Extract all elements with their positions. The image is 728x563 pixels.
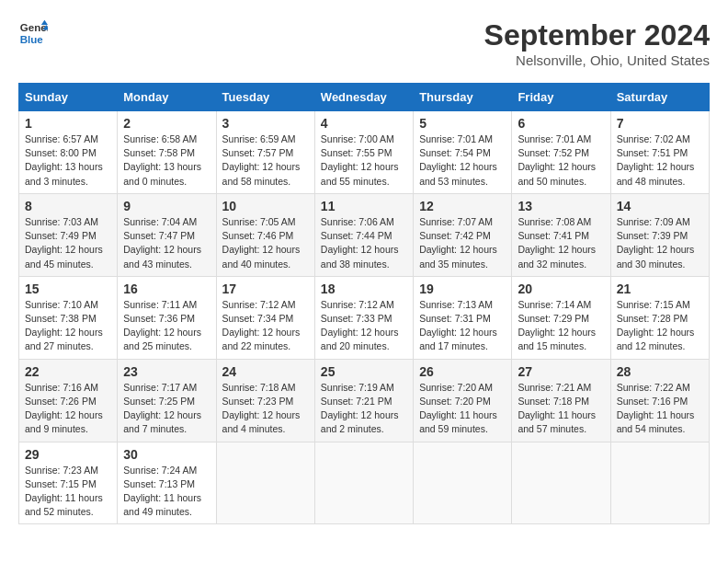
calendar-day-cell: 1Sunrise: 6:57 AM Sunset: 8:00 PM Daylig… <box>19 111 118 194</box>
day-number: 30 <box>123 447 210 462</box>
calendar-week-row: 29Sunrise: 7:23 AM Sunset: 7:15 PM Dayli… <box>19 442 710 524</box>
day-number: 19 <box>419 282 506 296</box>
day-info: Sunrise: 7:04 AM Sunset: 7:47 PM Dayligh… <box>123 215 210 271</box>
calendar-day-cell: 29Sunrise: 7:23 AM Sunset: 7:15 PM Dayli… <box>19 442 118 524</box>
calendar-day-cell: 14Sunrise: 7:09 AM Sunset: 7:39 PM Dayli… <box>610 193 709 276</box>
day-info: Sunrise: 7:18 AM Sunset: 7:23 PM Dayligh… <box>222 381 309 437</box>
day-info: Sunrise: 7:23 AM Sunset: 7:15 PM Dayligh… <box>25 464 111 520</box>
calendar-table: SundayMondayTuesdayWednesdayThursdayFrid… <box>18 83 710 524</box>
day-info: Sunrise: 7:20 AM Sunset: 7:20 PM Dayligh… <box>419 381 506 437</box>
day-number: 14 <box>617 199 703 213</box>
empty-cell <box>216 442 314 524</box>
day-number: 12 <box>419 199 506 213</box>
calendar-day-cell: 17Sunrise: 7:12 AM Sunset: 7:34 PM Dayli… <box>216 276 314 359</box>
day-number: 23 <box>123 364 210 379</box>
day-number: 13 <box>518 199 604 213</box>
month-title: September 2024 <box>484 18 710 52</box>
day-number: 15 <box>25 282 111 296</box>
column-header-monday: Monday <box>118 84 216 111</box>
calendar-day-cell: 5Sunrise: 7:01 AM Sunset: 7:54 PM Daylig… <box>414 111 512 194</box>
column-header-sunday: Sunday <box>19 84 118 111</box>
day-info: Sunrise: 7:12 AM Sunset: 7:34 PM Dayligh… <box>222 298 309 354</box>
empty-cell <box>414 442 512 524</box>
day-info: Sunrise: 7:01 AM Sunset: 7:54 PM Dayligh… <box>419 132 506 189</box>
calendar-day-cell: 15Sunrise: 7:10 AM Sunset: 7:38 PM Dayli… <box>19 276 118 359</box>
calendar-day-cell: 16Sunrise: 7:11 AM Sunset: 7:36 PM Dayli… <box>118 276 216 359</box>
calendar-day-cell: 8Sunrise: 7:03 AM Sunset: 7:49 PM Daylig… <box>19 193 118 276</box>
calendar-day-cell: 9Sunrise: 7:04 AM Sunset: 7:47 PM Daylig… <box>118 193 216 276</box>
day-number: 4 <box>321 116 407 131</box>
calendar-header-row: SundayMondayTuesdayWednesdayThursdayFrid… <box>19 84 710 111</box>
calendar-week-row: 15Sunrise: 7:10 AM Sunset: 7:38 PM Dayli… <box>19 276 710 359</box>
column-header-friday: Friday <box>512 84 610 111</box>
day-number: 27 <box>518 364 604 379</box>
day-number: 9 <box>123 199 210 213</box>
calendar-day-cell: 10Sunrise: 7:05 AM Sunset: 7:46 PM Dayli… <box>216 193 314 276</box>
empty-cell <box>512 442 610 524</box>
calendar-day-cell: 28Sunrise: 7:22 AM Sunset: 7:16 PM Dayli… <box>610 359 709 442</box>
location-subtitle: Nelsonville, Ohio, United States <box>484 52 710 68</box>
calendar-day-cell: 12Sunrise: 7:07 AM Sunset: 7:42 PM Dayli… <box>414 193 512 276</box>
calendar-week-row: 1Sunrise: 6:57 AM Sunset: 8:00 PM Daylig… <box>19 111 710 194</box>
day-number: 16 <box>123 282 210 296</box>
day-info: Sunrise: 7:21 AM Sunset: 7:18 PM Dayligh… <box>518 381 604 437</box>
calendar-day-cell: 20Sunrise: 7:14 AM Sunset: 7:29 PM Dayli… <box>512 276 610 359</box>
calendar-day-cell: 24Sunrise: 7:18 AM Sunset: 7:23 PM Dayli… <box>216 359 314 442</box>
day-info: Sunrise: 6:58 AM Sunset: 7:58 PM Dayligh… <box>123 132 210 189</box>
calendar-day-cell: 7Sunrise: 7:02 AM Sunset: 7:51 PM Daylig… <box>610 111 709 194</box>
day-info: Sunrise: 7:19 AM Sunset: 7:21 PM Dayligh… <box>321 381 407 437</box>
day-info: Sunrise: 7:07 AM Sunset: 7:42 PM Dayligh… <box>419 215 506 271</box>
calendar-day-cell: 30Sunrise: 7:24 AM Sunset: 7:13 PM Dayli… <box>118 442 216 524</box>
day-info: Sunrise: 7:01 AM Sunset: 7:52 PM Dayligh… <box>518 132 604 189</box>
title-block: September 2024 Nelsonville, Ohio, United… <box>484 18 710 68</box>
day-info: Sunrise: 7:02 AM Sunset: 7:51 PM Dayligh… <box>617 132 703 189</box>
day-number: 10 <box>222 199 309 213</box>
calendar-day-cell: 13Sunrise: 7:08 AM Sunset: 7:41 PM Dayli… <box>512 193 610 276</box>
day-info: Sunrise: 7:22 AM Sunset: 7:16 PM Dayligh… <box>617 381 703 437</box>
day-number: 8 <box>25 199 111 213</box>
day-info: Sunrise: 7:09 AM Sunset: 7:39 PM Dayligh… <box>617 215 703 271</box>
day-info: Sunrise: 7:17 AM Sunset: 7:25 PM Dayligh… <box>123 381 210 437</box>
calendar-day-cell: 3Sunrise: 6:59 AM Sunset: 7:57 PM Daylig… <box>216 111 314 194</box>
day-number: 17 <box>222 282 309 296</box>
logo-icon: General Blue <box>18 18 48 48</box>
day-number: 2 <box>123 116 210 131</box>
column-header-saturday: Saturday <box>610 84 709 111</box>
day-info: Sunrise: 7:06 AM Sunset: 7:44 PM Dayligh… <box>321 215 407 271</box>
calendar-day-cell: 4Sunrise: 7:00 AM Sunset: 7:55 PM Daylig… <box>314 111 413 194</box>
day-number: 3 <box>222 116 309 131</box>
day-number: 25 <box>321 364 407 379</box>
day-number: 6 <box>518 116 604 131</box>
day-info: Sunrise: 7:14 AM Sunset: 7:29 PM Dayligh… <box>518 298 604 354</box>
day-info: Sunrise: 6:59 AM Sunset: 7:57 PM Dayligh… <box>222 132 309 189</box>
calendar-day-cell: 27Sunrise: 7:21 AM Sunset: 7:18 PM Dayli… <box>512 359 610 442</box>
day-info: Sunrise: 7:03 AM Sunset: 7:49 PM Dayligh… <box>25 215 111 271</box>
day-number: 21 <box>617 282 703 296</box>
column-header-tuesday: Tuesday <box>216 84 314 111</box>
day-number: 29 <box>25 447 111 462</box>
calendar-week-row: 22Sunrise: 7:16 AM Sunset: 7:26 PM Dayli… <box>19 359 710 442</box>
day-info: Sunrise: 6:57 AM Sunset: 8:00 PM Dayligh… <box>25 132 111 189</box>
day-number: 22 <box>25 364 111 379</box>
day-info: Sunrise: 7:08 AM Sunset: 7:41 PM Dayligh… <box>518 215 604 271</box>
day-number: 28 <box>617 364 703 379</box>
calendar-day-cell: 25Sunrise: 7:19 AM Sunset: 7:21 PM Dayli… <box>314 359 413 442</box>
day-number: 5 <box>419 116 506 131</box>
calendar-day-cell: 6Sunrise: 7:01 AM Sunset: 7:52 PM Daylig… <box>512 111 610 194</box>
day-info: Sunrise: 7:00 AM Sunset: 7:55 PM Dayligh… <box>321 132 407 189</box>
column-header-thursday: Thursday <box>414 84 512 111</box>
day-number: 26 <box>419 364 506 379</box>
calendar-day-cell: 21Sunrise: 7:15 AM Sunset: 7:28 PM Dayli… <box>610 276 709 359</box>
day-info: Sunrise: 7:15 AM Sunset: 7:28 PM Dayligh… <box>617 298 703 354</box>
day-info: Sunrise: 7:13 AM Sunset: 7:31 PM Dayligh… <box>419 298 506 354</box>
day-number: 18 <box>321 282 407 296</box>
calendar-day-cell: 23Sunrise: 7:17 AM Sunset: 7:25 PM Dayli… <box>118 359 216 442</box>
calendar-day-cell: 19Sunrise: 7:13 AM Sunset: 7:31 PM Dayli… <box>414 276 512 359</box>
empty-cell <box>610 442 709 524</box>
day-info: Sunrise: 7:16 AM Sunset: 7:26 PM Dayligh… <box>25 381 111 437</box>
calendar-day-cell: 18Sunrise: 7:12 AM Sunset: 7:33 PM Dayli… <box>314 276 413 359</box>
calendar-week-row: 8Sunrise: 7:03 AM Sunset: 7:49 PM Daylig… <box>19 193 710 276</box>
day-number: 7 <box>617 116 703 131</box>
calendar-day-cell: 2Sunrise: 6:58 AM Sunset: 7:58 PM Daylig… <box>118 111 216 194</box>
day-info: Sunrise: 7:12 AM Sunset: 7:33 PM Dayligh… <box>321 298 407 354</box>
